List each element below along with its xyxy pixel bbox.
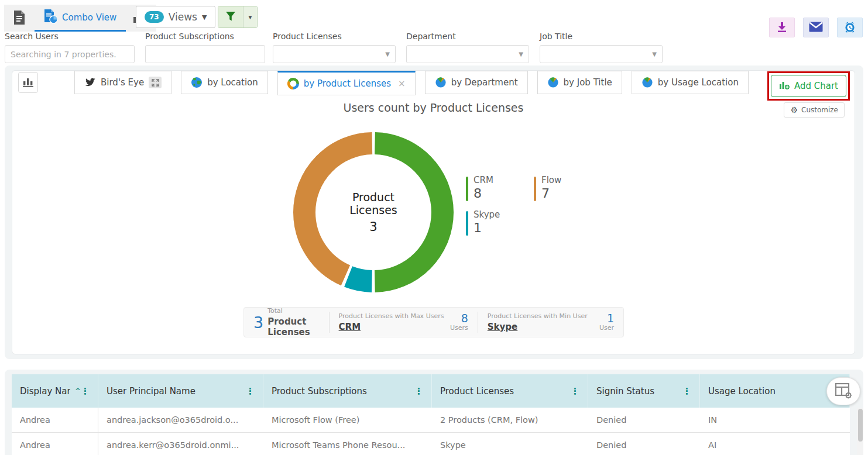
legend-item-skype[interactable]: Skype1 <box>466 209 534 236</box>
grid-body: Andreaandrea.jackson@o365droid.o...Micro… <box>12 408 850 455</box>
max-license-link[interactable]: CRM <box>339 322 444 332</box>
department-select[interactable]: ▼ <box>406 45 529 63</box>
column-header-product-subscriptions[interactable]: Product Subscriptions⋮ <box>263 374 432 408</box>
table-cell: IN <box>700 408 850 432</box>
column-header-product-licenses[interactable]: Product Licenses⋮ <box>432 374 588 408</box>
download-button[interactable] <box>769 18 795 37</box>
download-icon <box>776 21 788 35</box>
table-scrollbar-thumb[interactable] <box>858 409 863 442</box>
chevron-down-icon: ▼ <box>202 13 207 21</box>
legend-item-flow[interactable]: Flow7 <box>534 175 602 201</box>
column-header-display-name[interactable]: Display Name^⋮ <box>12 374 98 408</box>
chart-tab-by-department[interactable]: by Department <box>425 71 528 94</box>
product-licenses-label: Product Licenses <box>273 32 396 41</box>
column-header-user-principal-name[interactable]: User Principal Name⋮ <box>98 374 263 408</box>
expand-icon[interactable] <box>149 77 162 88</box>
chart-tab-label: by Job Title <box>564 77 612 88</box>
table-row[interactable]: Andreaandrea.kerr@o365droid.onmi...Micro… <box>12 433 850 455</box>
chart-tab-label: by Location <box>207 77 258 88</box>
total-value: 3 <box>253 313 263 332</box>
column-header-label: Usage Location <box>708 386 776 397</box>
chart-tab-by-location[interactable]: by Location <box>181 71 268 94</box>
pie-icon <box>435 77 447 88</box>
table-cell: Denied <box>588 433 700 455</box>
column-header-label: Display Name <box>20 386 70 397</box>
max-caption: Product Licenses with Max Users <box>339 312 444 320</box>
donut-chart: Product Licenses 3 <box>291 130 455 294</box>
min-caption: Product Licenses with Min User <box>488 312 588 320</box>
department-group: Department ▼ <box>406 32 529 63</box>
chart-panel: Bird's Eyeby Locationby Product Licenses… <box>5 66 863 359</box>
table-cell: andrea.jackson@o365droid.o... <box>98 408 263 432</box>
bar-chart-icon <box>23 77 33 89</box>
chart-tab-by-usage-location[interactable]: by Usage Location <box>632 71 749 94</box>
views-dropdown-button[interactable]: 73 Views ▼ <box>136 6 215 28</box>
search-users-group: Search Users <box>5 32 135 63</box>
table-row[interactable]: Andreaandrea.jackson@o365droid.o...Micro… <box>12 408 850 433</box>
sort-ascending-icon: ^ <box>75 387 81 395</box>
column-menu-icon[interactable]: ⋮ <box>571 386 579 397</box>
legend-item-crm[interactable]: CRM8 <box>466 175 534 201</box>
search-users-input[interactable] <box>5 45 135 63</box>
add-chart-button[interactable]: Add Chart <box>771 75 846 97</box>
job-title-group: Job Title ▼ <box>540 32 663 63</box>
pie-icon <box>547 77 559 88</box>
bird-icon <box>84 77 96 88</box>
job-title-select[interactable]: ▼ <box>540 45 663 63</box>
max-value: 8 <box>450 313 468 324</box>
column-menu-icon[interactable]: ⋮ <box>246 386 255 397</box>
grid-header: Display Name^⋮User Principal Name⋮Produc… <box>12 374 850 408</box>
top-toolbar: Combo View 73 Views ▼ ▼ <box>0 0 868 66</box>
table-scrollbar[interactable] <box>857 408 863 455</box>
column-menu-icon[interactable]: ⋮ <box>682 386 691 397</box>
summary-max: Product Licenses with Max Users CRM 8 Us… <box>329 312 478 333</box>
summary-total: 3 Total Product Licenses <box>244 312 329 333</box>
chart-tab-by-job-title[interactable]: by Job Title <box>537 71 622 94</box>
chart-tab-by-product-licenses[interactable]: by Product Licenses× <box>277 71 416 95</box>
column-menu-icon[interactable]: ⋮ <box>414 386 423 397</box>
column-header-label: User Principal Name <box>107 386 195 397</box>
schedule-alarm-button[interactable] <box>837 18 863 37</box>
chart-title: Users count by Product Licenses <box>12 101 855 114</box>
table-cell: Denied <box>588 408 700 432</box>
filter-split-button: ▼ <box>218 6 258 28</box>
chart-tabs: Bird's Eyeby Locationby Product Licenses… <box>74 71 758 95</box>
column-menu-icon[interactable]: ⋮ <box>81 386 90 397</box>
document-view-button[interactable] <box>4 5 35 32</box>
mail-icon <box>809 22 823 34</box>
filter-dropdown-button[interactable]: ▼ <box>243 6 257 27</box>
chevron-down-icon: ▼ <box>248 14 253 20</box>
close-tab-icon[interactable]: × <box>398 78 406 89</box>
chart-tab-label: Bird's Eye <box>101 77 144 88</box>
chevron-down-icon: ▼ <box>385 51 390 57</box>
table-cell: AI <box>700 433 850 455</box>
column-header-signin-status[interactable]: Signin Status⋮ <box>588 374 700 408</box>
filter-row: Search Users Product Subscriptions Produ… <box>5 32 663 63</box>
chart-legend: CRM8Flow7Skype1 <box>466 175 602 236</box>
chart-tab-bird-s-eye[interactable]: Bird's Eye <box>74 71 171 94</box>
product-subscriptions-label: Product Subscriptions <box>145 32 265 41</box>
document-view-icon <box>13 10 26 27</box>
legend-name: Skype <box>474 209 500 220</box>
job-title-label: Job Title <box>540 32 663 41</box>
product-licenses-select[interactable]: ▼ <box>273 45 396 63</box>
summary-min: Product Licenses with Min User Skype 1 U… <box>478 312 623 333</box>
chart-type-button[interactable] <box>18 72 38 93</box>
views-count-badge: 73 <box>145 11 164 23</box>
table-cell: 2 Products (CRM, Flow) <box>432 408 588 432</box>
table-cell: Microsoft Teams Phone Resou... <box>263 433 432 455</box>
filter-button[interactable] <box>218 6 243 27</box>
legend-name: CRM <box>474 175 493 185</box>
legend-value: 1 <box>474 220 500 235</box>
chart-tab-label: by Product Licenses <box>304 78 391 89</box>
mail-button[interactable] <box>803 18 829 37</box>
product-subscriptions-input[interactable] <box>145 45 265 63</box>
donut-center-label: Product Licenses 3 <box>332 191 414 234</box>
chart-card: Bird's Eyeby Locationby Product Licenses… <box>12 70 855 354</box>
combo-view-tab[interactable]: Combo View <box>35 5 126 32</box>
column-header-label: Product Licenses <box>440 386 514 397</box>
table-cell: Andrea <box>12 408 98 432</box>
users-grid: Display Name^⋮User Principal Name⋮Produc… <box>12 374 850 455</box>
min-license-link[interactable]: Skype <box>488 322 588 332</box>
column-chooser-button[interactable] <box>826 377 860 405</box>
